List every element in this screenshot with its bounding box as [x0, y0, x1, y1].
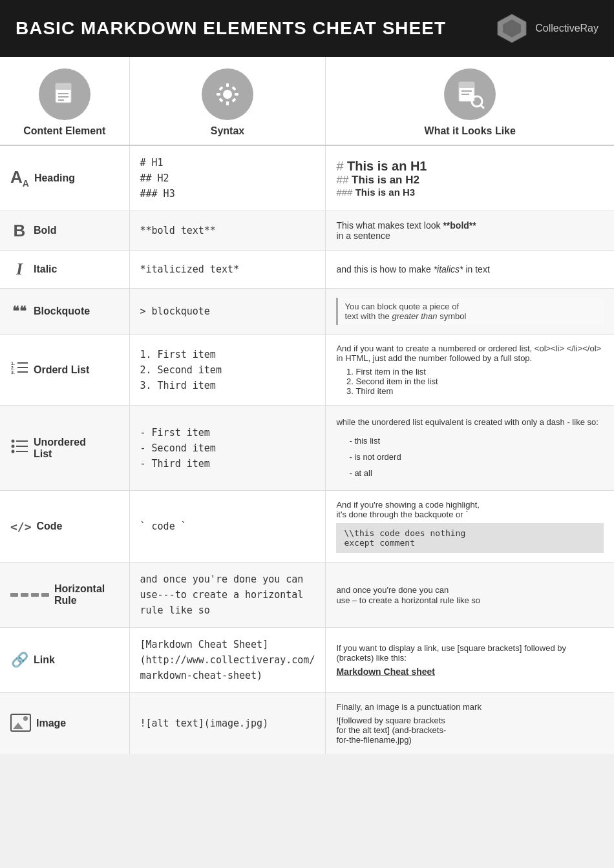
italic-preview-text: and this is how to make *italics* in tex…	[336, 264, 489, 274]
syntax-ol-2: 2. Second item	[140, 362, 315, 378]
element-unordered-list: UnorderedList	[0, 406, 129, 491]
document-svg	[51, 81, 78, 108]
syntax-link-text2: (http://www.collectiveray.com/	[140, 652, 315, 668]
code-icon: </>	[10, 520, 32, 533]
col-header-preview: What it Looks Like	[326, 57, 614, 145]
heading-icon: AA	[10, 167, 29, 189]
syntax-italic-text: *italicized text*	[140, 262, 315, 277]
svg-rect-10	[217, 93, 220, 96]
row-heading: AA Heading # H1 ## H2 ### H3 # This is a…	[0, 145, 614, 211]
ol-item-2: Second item in the list	[355, 377, 604, 386]
syntax-h2: ## H2	[140, 170, 315, 186]
heading-preview-h1: # This is an H1	[336, 159, 604, 174]
row-ordered-list: 1. 2. 3. Orderd List 1. First item 2. Se…	[0, 335, 614, 406]
col-syntax-label: Syntax	[140, 125, 315, 137]
preview-code: And if you're showing a code highlight,i…	[326, 491, 614, 563]
bold-preview-text: This what makes text look **bold**in a s…	[336, 220, 476, 241]
syntax-code-text: ` code `	[140, 519, 315, 534]
row-image: Image ![alt text](image.jpg) Finally, an…	[0, 693, 614, 754]
document-icon	[39, 68, 90, 120]
image-icon	[10, 714, 31, 733]
ul-item-2: - is not orderd	[349, 450, 604, 466]
element-blockquote: ❝❝ Blockquote	[0, 289, 129, 335]
svg-rect-15	[231, 98, 236, 102]
code-desc: And if you're showing a code highlight,i…	[336, 500, 604, 519]
column-headers: Content Element	[0, 57, 614, 145]
svg-rect-9	[226, 101, 229, 105]
bold-text: Bold	[34, 225, 57, 236]
element-heading: AA Heading	[0, 145, 129, 211]
svg-rect-14	[218, 98, 223, 102]
svg-point-30	[12, 444, 15, 448]
syntax-hr-text1: and once you're done you can	[140, 572, 315, 587]
code-label: </> Code	[10, 520, 119, 533]
element-ordered-list: 1. 2. 3. Orderd List	[0, 335, 129, 406]
svg-text:1.: 1.	[11, 361, 15, 366]
ordered-list-label: 1. 2. 3. Orderd List	[10, 360, 119, 380]
ordered-list-icon: 1. 2. 3.	[10, 360, 28, 380]
syntax-image: ![alt text](image.jpg)	[129, 693, 326, 754]
element-hr: HorizontalRule	[0, 563, 129, 628]
row-bold: B Bold **bold text** This what makes tex…	[0, 211, 614, 251]
unordered-list-svg	[11, 438, 28, 455]
col-preview-label: What it Looks Like	[336, 125, 604, 137]
blockquote-icon: ❝❝	[10, 304, 28, 319]
svg-point-28	[12, 439, 15, 442]
heading-preview-h3: ### This is an H3	[336, 187, 604, 198]
element-bold: B Bold	[0, 211, 129, 251]
svg-rect-11	[235, 93, 238, 96]
bold-label: B Bold	[10, 221, 119, 241]
blockquote-text: Blockquote	[34, 305, 90, 317]
ol-item-3: Third item	[355, 386, 604, 396]
svg-point-7	[223, 90, 232, 99]
svg-text:3.: 3.	[11, 370, 15, 375]
syntax-bold: **bold text**	[129, 211, 326, 251]
syntax-link: [Markdown Cheat Sheet] (http://www.colle…	[129, 628, 326, 693]
link-text: Link	[34, 654, 55, 666]
svg-point-32	[12, 450, 15, 453]
hr-label: HorizontalRule	[10, 583, 119, 606]
ul-desc: while the unordered list equivalent is c…	[336, 415, 604, 429]
image-desc1: Finally, an image is a punctuation mark	[336, 702, 604, 712]
preview-link: If you want to display a link, use [squa…	[326, 628, 614, 693]
blockquote-label: ❝❝ Blockquote	[10, 304, 119, 319]
syntax-bold-text: **bold text**	[140, 223, 315, 238]
heading-preview-h2: ## This is an H2	[336, 174, 604, 187]
italic-label: I Italic	[10, 260, 119, 279]
syntax-ul-1: - First item	[140, 425, 315, 440]
row-link: 🔗 Link [Markdown Cheat Sheet] (http://ww…	[0, 628, 614, 693]
svg-rect-8	[226, 83, 229, 87]
unordered-list-icon	[10, 438, 28, 459]
settings-icon	[202, 68, 253, 120]
col-header-syntax: Syntax	[129, 57, 326, 145]
svg-line-21	[481, 105, 483, 108]
syntax-ul-2: - Second item	[140, 440, 315, 456]
preview-heading: # This is an H1 ## This is an H2 ### Thi…	[326, 145, 614, 211]
col-element-label: Content Element	[10, 125, 119, 137]
row-unordered-list: UnorderedList - First item - Second item…	[0, 406, 614, 491]
syntax-heading: # H1 ## H2 ### H3	[129, 145, 326, 211]
svg-rect-13	[231, 86, 236, 90]
preview-image: Finally, an image is a punctuation mark …	[326, 693, 614, 754]
image-icon-box	[10, 714, 31, 732]
brand-logo: CollectiveRay	[495, 12, 598, 45]
preview-unordered-list: while the unordered list equivalent is c…	[326, 406, 614, 491]
ul-item-3: - at all	[349, 466, 604, 482]
element-code: </> Code	[0, 491, 129, 563]
row-hr: HorizontalRule and once you're done you …	[0, 563, 614, 628]
preview-hr: and once you're done you canuse – to cre…	[326, 563, 614, 628]
sun-shape	[23, 716, 28, 721]
syntax-h1: # H1	[140, 155, 315, 170]
hr-text: HorizontalRule	[54, 583, 105, 606]
svg-rect-17	[459, 82, 474, 88]
preview-svg	[455, 79, 485, 109]
preview-italic: and this is how to make *italics* in tex…	[326, 251, 614, 289]
ol-preview-list: First item in the list Second item in th…	[336, 367, 604, 396]
ul-preview-items: - this list - is not orderd - at all	[336, 433, 604, 481]
italic-text: Italic	[34, 264, 57, 275]
preview-ordered-list: And if you want to create a numbered or …	[326, 335, 614, 406]
col-header-element: Content Element	[0, 57, 129, 145]
syntax-code: ` code `	[129, 491, 326, 563]
row-italic: I Italic *italicized text* and this is h…	[0, 251, 614, 289]
ol-desc: And if you want to create a numbered or …	[336, 344, 604, 363]
